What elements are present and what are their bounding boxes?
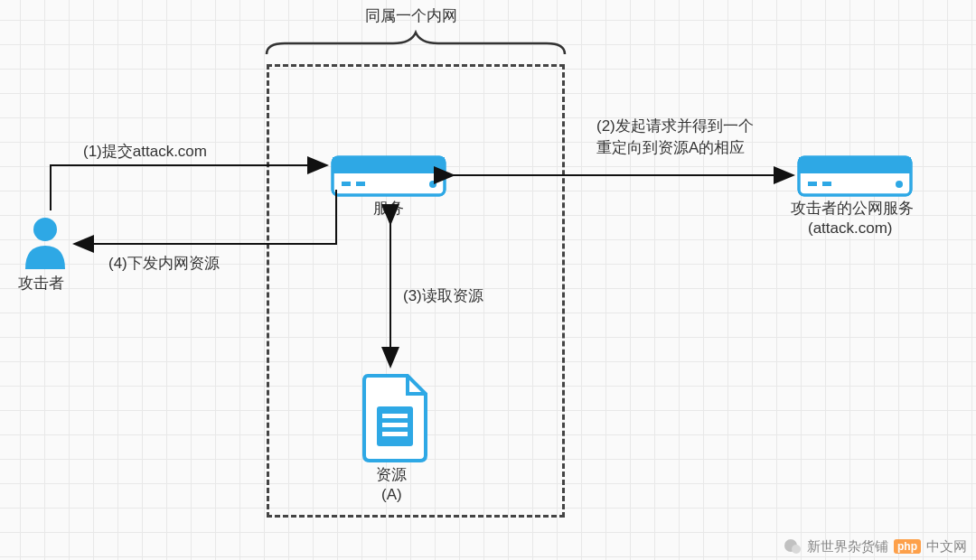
svg-rect-15 [822,182,831,186]
public-server-icon [797,155,913,201]
resource-label-l1: 资源 [376,464,407,486]
service-label: 服务 [373,198,404,219]
step2-label-l2: 重定向到资源A的相应 [596,137,745,159]
svg-rect-12 [799,157,911,173]
svg-point-6 [429,181,436,188]
watermark-badge: php [894,539,921,554]
svg-rect-10 [382,432,408,436]
svg-rect-14 [808,182,817,186]
service-icon [331,155,446,201]
step4-label: (4)下发内网资源 [108,253,220,275]
step3-label: (3)读取资源 [403,285,483,307]
step2-label-l1: (2)发起请求并得到一个 [596,116,754,137]
title-same-intranet: 同属一个内网 [365,5,457,27]
svg-rect-9 [382,423,408,427]
svg-point-16 [896,181,903,188]
svg-rect-5 [356,182,365,186]
attacker-icon [22,215,69,275]
watermark-tail: 中文网 [926,538,967,555]
wechat-icon [784,537,802,555]
public-server-label-l1: 攻击者的公网服务 [791,198,914,219]
svg-rect-4 [342,182,351,186]
watermark: 新世界杂货铺 php 中文网 [784,537,967,555]
svg-rect-8 [382,414,408,418]
attacker-label: 攻击者 [18,273,64,294]
watermark-source: 新世界杂货铺 [807,538,888,555]
resource-icon [355,370,435,466]
svg-rect-2 [333,157,445,173]
svg-point-20 [792,545,801,554]
public-server-label-l2: (attack.com) [808,218,893,239]
resource-label-l2: (A) [381,484,402,506]
svg-point-0 [33,218,57,241]
step1-label: (1)提交attack.com [83,141,207,163]
brace-top [258,27,574,60]
